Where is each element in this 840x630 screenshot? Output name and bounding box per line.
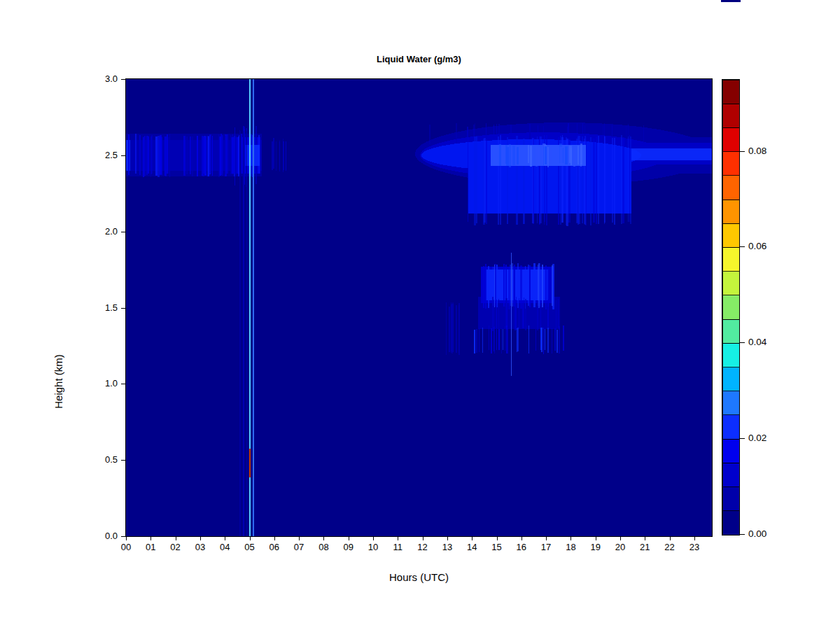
heatmap-stripe xyxy=(542,265,543,307)
heatmap-stripe xyxy=(286,141,287,171)
heatmap-stripe xyxy=(622,137,624,223)
heatmap-stripe xyxy=(212,136,213,176)
heatmap-stripe xyxy=(505,326,506,351)
x-tick-label: 03 xyxy=(188,542,212,552)
heatmap-stripe xyxy=(186,136,188,174)
x-tick-label: 08 xyxy=(312,542,335,552)
heatmap-stripe xyxy=(501,328,503,354)
colorbar xyxy=(722,79,740,536)
x-tick-mark xyxy=(694,537,695,540)
y-tick-label: 0.5 xyxy=(76,454,118,465)
x-tick-mark xyxy=(670,537,671,540)
colorbar-tick-label: 0.00 xyxy=(748,528,766,539)
heatmap-stripe xyxy=(552,265,553,306)
colorbar-segment xyxy=(722,463,739,486)
heatmap-stripe xyxy=(150,136,152,174)
heatmap-stripe xyxy=(517,328,517,352)
heatmap-stripe xyxy=(539,263,541,307)
colorbar-tick-mark xyxy=(740,151,745,152)
heatmap-stripe xyxy=(496,300,497,328)
x-tick-mark xyxy=(274,537,275,540)
x-tick-label: 16 xyxy=(510,542,533,552)
heatmap-stripe xyxy=(570,148,573,165)
colorbar-segment xyxy=(722,368,739,391)
heatmap-stripe xyxy=(165,136,167,176)
colorbar-tick-label: 0.06 xyxy=(748,241,766,251)
heatmap-stripe xyxy=(540,328,542,350)
x-tick-mark xyxy=(645,537,645,540)
heatmap-stripe xyxy=(230,135,232,174)
heatmap-stripe xyxy=(167,134,168,173)
heatmap-stripe xyxy=(484,138,485,223)
heatmap-stripe xyxy=(512,146,515,165)
heatmap-stripe xyxy=(492,297,493,331)
heatmap-stripe xyxy=(507,298,508,327)
heatmap-stripe xyxy=(482,328,483,353)
heatmap-stripe xyxy=(533,263,535,307)
heatmap-stripe xyxy=(517,147,519,164)
y-tick-mark xyxy=(121,384,125,384)
heatmap-stripe xyxy=(208,136,209,177)
heatmap-stripe xyxy=(489,326,489,350)
heatmap-stripe xyxy=(234,127,236,186)
x-tick-mark xyxy=(497,537,498,540)
heatmap-stripe xyxy=(543,328,544,354)
heatmap-stripe xyxy=(160,135,161,174)
heatmap-stripe xyxy=(519,298,519,328)
heatmap-stripe xyxy=(503,264,505,306)
heatmap-stripe xyxy=(169,134,170,177)
heatmap-stripe xyxy=(225,136,227,174)
heatmap-stripe xyxy=(218,134,220,177)
x-tick-mark xyxy=(398,537,398,540)
x-tick-mark xyxy=(250,537,251,540)
x-tick-label: 02 xyxy=(164,542,188,552)
heatmap-stripe xyxy=(536,146,538,167)
x-tick-label: 04 xyxy=(213,542,237,552)
x-tick-mark xyxy=(373,537,374,540)
x-tick-label: 18 xyxy=(559,542,582,552)
heatmap-plot-area xyxy=(125,78,713,537)
colorbar-segment xyxy=(722,415,739,439)
heatmap-stripe xyxy=(537,300,538,330)
colorbar-segment xyxy=(722,511,739,535)
heatmap-stripe xyxy=(197,136,198,176)
heatmap-stripe xyxy=(493,327,494,351)
heatmap-streak xyxy=(253,79,254,536)
heatmap-stripe xyxy=(629,135,631,223)
heatmap-canvas xyxy=(126,79,712,536)
colorbar-segment xyxy=(722,200,739,223)
x-tick-mark xyxy=(447,537,448,540)
heatmap-stripe xyxy=(556,330,558,353)
heatmap-stripe xyxy=(146,136,148,176)
heatmap-stripe xyxy=(598,136,598,224)
x-tick-mark xyxy=(472,537,472,540)
heatmap-stripe xyxy=(509,144,510,167)
heatmap-feature xyxy=(631,148,712,160)
heatmap-stripe xyxy=(155,136,158,176)
heatmap-stripe xyxy=(545,146,547,164)
heatmap-stripe xyxy=(499,144,501,166)
heatmap-stripe xyxy=(517,328,519,351)
y-tick-mark xyxy=(121,460,125,461)
colorbar-segment xyxy=(722,439,739,463)
heatmap-stripe xyxy=(556,300,556,330)
x-tick-label: 17 xyxy=(534,542,558,552)
colorbar-segment xyxy=(722,487,739,511)
heatmap-stripe xyxy=(590,137,592,225)
y-tick-mark xyxy=(121,79,125,80)
colorbar-segment xyxy=(722,343,739,367)
x-tick-mark xyxy=(570,537,571,540)
heatmap-stripe xyxy=(491,328,492,354)
window-edge-artifact xyxy=(721,0,741,2)
heatmap-stripe xyxy=(498,329,500,350)
heatmap-stripe xyxy=(283,142,284,172)
heatmap-stripe xyxy=(128,134,130,175)
colorbar-segment xyxy=(722,272,739,295)
heatmap-stripe xyxy=(486,139,486,225)
heatmap-streak xyxy=(246,131,248,536)
x-axis-label: Hours (UTC) xyxy=(126,571,712,583)
y-tick-mark xyxy=(121,308,125,309)
heatmap-stripe xyxy=(476,136,477,223)
colorbar-segment xyxy=(722,176,739,200)
colorbar-segment xyxy=(722,80,739,104)
